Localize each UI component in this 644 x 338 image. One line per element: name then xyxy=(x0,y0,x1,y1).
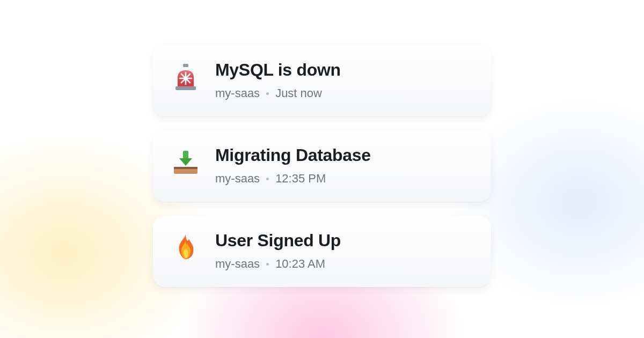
notification-time: 12:35 PM xyxy=(275,172,326,186)
separator-dot-icon xyxy=(266,92,269,95)
notification-title: User Signed Up xyxy=(215,231,341,251)
siren-icon xyxy=(171,62,200,91)
separator-dot-icon xyxy=(266,178,269,180)
notification-time: Just now xyxy=(275,86,322,100)
svg-rect-7 xyxy=(174,167,197,169)
notification-project: my-saas xyxy=(215,257,260,271)
notification-content: Migrating Database my-saas 12:35 PM xyxy=(215,145,371,186)
inbox-download-icon xyxy=(171,148,200,177)
notification-meta: my-saas 10:23 AM xyxy=(215,257,341,271)
notification-card[interactable]: User Signed Up my-saas 10:23 AM xyxy=(153,216,491,287)
notification-list: MySQL is down my-saas Just now Migrating… xyxy=(0,0,644,338)
svg-rect-5 xyxy=(183,64,188,67)
notification-card[interactable]: Migrating Database my-saas 12:35 PM xyxy=(153,130,491,202)
notification-card[interactable]: MySQL is down my-saas Just now xyxy=(153,45,491,116)
notification-time: 10:23 AM xyxy=(275,257,325,271)
notification-content: MySQL is down my-saas Just now xyxy=(215,60,341,100)
separator-dot-icon xyxy=(266,263,269,266)
svg-rect-8 xyxy=(183,151,188,159)
svg-rect-0 xyxy=(175,86,196,90)
fire-icon xyxy=(171,233,200,262)
notification-project: my-saas xyxy=(215,86,260,100)
notification-meta: my-saas 12:35 PM xyxy=(215,172,371,186)
notification-title: MySQL is down xyxy=(215,60,341,80)
notification-title: Migrating Database xyxy=(215,145,371,165)
notification-project: my-saas xyxy=(215,172,260,186)
notification-meta: my-saas Just now xyxy=(215,86,341,100)
notification-content: User Signed Up my-saas 10:23 AM xyxy=(215,231,341,271)
